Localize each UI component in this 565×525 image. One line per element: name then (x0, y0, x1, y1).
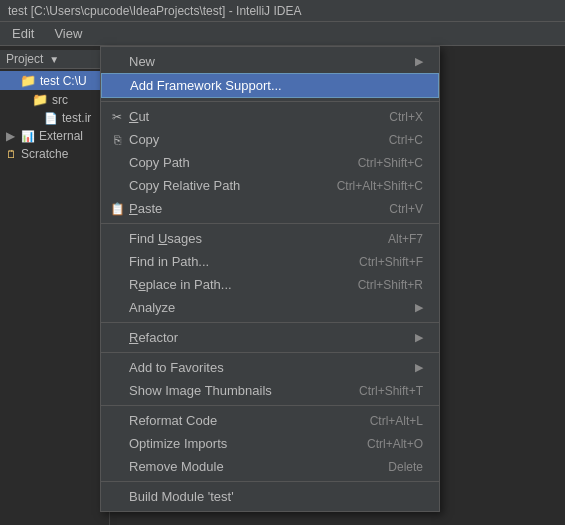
tree-item-label-external: External (39, 129, 83, 143)
folder-icon-src: 📁 (32, 92, 48, 107)
ctx-label-copy-relative-path: Copy Relative Path (129, 178, 317, 193)
ctx-item-find-usages[interactable]: Find Usages Alt+F7 (101, 227, 439, 250)
context-menu: New ▶ Add Framework Support... ✂ Cut Ctr… (100, 46, 440, 512)
ctx-shortcut-paste: Ctrl+V (389, 202, 423, 216)
ctx-label-copy-path: Copy Path (129, 155, 338, 170)
ctx-shortcut-find-in-path: Ctrl+Shift+F (359, 255, 423, 269)
ctx-shortcut-find-usages: Alt+F7 (388, 232, 423, 246)
ctx-label-paste: Paste (129, 201, 369, 216)
ctx-item-refactor[interactable]: Refactor ▶ (101, 326, 439, 349)
scratch-icon: 🗒 (6, 148, 17, 160)
ctx-arrow-add-favorites: ▶ (415, 361, 423, 374)
ctx-shortcut-copy: Ctrl+C (389, 133, 423, 147)
separator-3 (101, 322, 439, 323)
ctx-item-paste[interactable]: 📋 Paste Ctrl+V (101, 197, 439, 220)
ctx-shortcut-remove-module: Delete (388, 460, 423, 474)
ctx-shortcut-copy-relative-path: Ctrl+Alt+Shift+C (337, 179, 423, 193)
ctx-item-add-framework[interactable]: Add Framework Support... (101, 73, 439, 98)
ctx-shortcut-optimize-imports: Ctrl+Alt+O (367, 437, 423, 451)
copy-icon: ⎘ (109, 133, 125, 147)
separator-1 (101, 101, 439, 102)
ctx-item-replace-in-path[interactable]: Replace in Path... Ctrl+Shift+R (101, 273, 439, 296)
sidebar: Project ▼ 📁 test C:\U 📁 src 📄 test.ir ▶ … (0, 46, 110, 525)
ctx-item-copy-relative-path[interactable]: Copy Relative Path Ctrl+Alt+Shift+C (101, 174, 439, 197)
tree-item-label-testir: test.ir (62, 111, 91, 125)
separator-4 (101, 352, 439, 353)
ctx-shortcut-reformat-code: Ctrl+Alt+L (370, 414, 423, 428)
ctx-arrow-refactor: ▶ (415, 331, 423, 344)
ctx-item-copy-path[interactable]: Copy Path Ctrl+Shift+C (101, 151, 439, 174)
ctx-item-remove-module[interactable]: Remove Module Delete (101, 455, 439, 478)
ctx-label-find-in-path: Find in Path... (129, 254, 339, 269)
ctx-item-cut[interactable]: ✂ Cut Ctrl+X (101, 105, 439, 128)
ctx-label-reformat-code: Reformat Code (129, 413, 350, 428)
ctx-label-analyze: Analyze (129, 300, 415, 315)
cut-icon: ✂ (109, 110, 125, 124)
main-area: Project ▼ 📁 test C:\U 📁 src 📄 test.ir ▶ … (0, 46, 565, 525)
ctx-label-refactor: Refactor (129, 330, 415, 345)
menu-bar: Edit View (0, 22, 565, 46)
ctx-item-analyze[interactable]: Analyze ▶ (101, 296, 439, 319)
ctx-label-add-favorites: Add to Favorites (129, 360, 415, 375)
menu-edit[interactable]: Edit (4, 24, 42, 43)
menu-view[interactable]: View (46, 24, 90, 43)
tree-item-src[interactable]: 📁 src (0, 90, 109, 109)
ctx-label-show-image-thumbnails: Show Image Thumbnails (129, 383, 339, 398)
ctx-label-cut: Cut (129, 109, 369, 124)
module-icon-external: 📊 (21, 130, 35, 143)
project-tab-label: Project (6, 52, 43, 66)
separator-6 (101, 481, 439, 482)
tree-item-scratch[interactable]: 🗒 Scratche (0, 145, 109, 163)
tree-item-label-scratch: Scratche (21, 147, 68, 161)
ctx-shortcut-show-image-thumbnails: Ctrl+Shift+T (359, 384, 423, 398)
file-icon-testir: 📄 (44, 112, 58, 125)
paste-icon: 📋 (109, 202, 125, 216)
ctx-label-add-framework: Add Framework Support... (130, 78, 422, 93)
ctx-item-show-image-thumbnails[interactable]: Show Image Thumbnails Ctrl+Shift+T (101, 379, 439, 402)
ctx-item-reformat-code[interactable]: Reformat Code Ctrl+Alt+L (101, 409, 439, 432)
ctx-shortcut-cut: Ctrl+X (389, 110, 423, 124)
ctx-shortcut-replace-in-path: Ctrl+Shift+R (358, 278, 423, 292)
ctx-item-copy[interactable]: ⎘ Copy Ctrl+C (101, 128, 439, 151)
ctx-item-optimize-imports[interactable]: Optimize Imports Ctrl+Alt+O (101, 432, 439, 455)
title-bar: test [C:\Users\cpucode\IdeaProjects\test… (0, 0, 565, 22)
ctx-label-copy: Copy (129, 132, 369, 147)
ctx-item-find-in-path[interactable]: Find in Path... Ctrl+Shift+F (101, 250, 439, 273)
ctx-shortcut-copy-path: Ctrl+Shift+C (358, 156, 423, 170)
ctx-label-build-module: Build Module 'test' (129, 489, 423, 504)
ctx-item-new[interactable]: New ▶ (101, 50, 439, 73)
ctx-item-build-module[interactable]: Build Module 'test' (101, 485, 439, 508)
tree-item-label: test C:\U (40, 74, 87, 88)
folder-icon: 📁 (20, 73, 36, 88)
tree-item-label-src: src (52, 93, 68, 107)
chevron-down-icon: ▼ (49, 54, 59, 65)
separator-2 (101, 223, 439, 224)
ctx-label-optimize-imports: Optimize Imports (129, 436, 347, 451)
ctx-label-find-usages: Find Usages (129, 231, 368, 246)
ctx-arrow-analyze: ▶ (415, 301, 423, 314)
ctx-arrow-new: ▶ (415, 55, 423, 68)
sidebar-project-tab[interactable]: Project ▼ (0, 50, 109, 69)
tree-item-testir[interactable]: 📄 test.ir (0, 109, 109, 127)
tree-item-external[interactable]: ▶ 📊 External (0, 127, 109, 145)
tree-item-test[interactable]: 📁 test C:\U (0, 71, 109, 90)
separator-5 (101, 405, 439, 406)
ctx-label-remove-module: Remove Module (129, 459, 368, 474)
expand-icon-external: ▶ (6, 129, 15, 143)
ctx-label-replace-in-path: Replace in Path... (129, 277, 338, 292)
ctx-item-add-favorites[interactable]: Add to Favorites ▶ (101, 356, 439, 379)
ctx-label-new: New (129, 54, 415, 69)
title-text: test [C:\Users\cpucode\IdeaProjects\test… (8, 4, 301, 18)
